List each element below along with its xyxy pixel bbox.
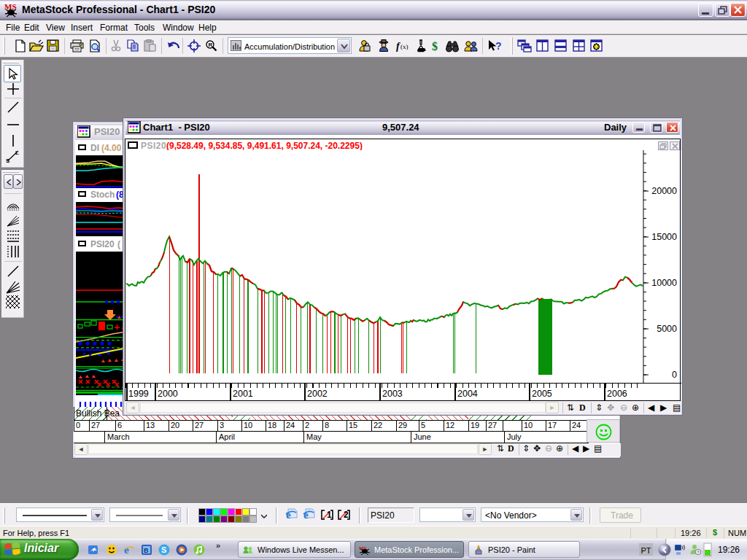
svg-text:S: S [161, 545, 166, 554]
svg-text:2: 2 [344, 510, 349, 520]
svg-text:0: 0 [672, 370, 677, 380]
svg-text:10000: 10000 [651, 278, 677, 288]
svg-text:S: S [6, 158, 10, 163]
svg-text:R: R [209, 42, 213, 48]
svg-text:5000: 5000 [657, 324, 677, 334]
svg-text:$: $ [432, 40, 438, 52]
svg-text:(x): (x) [400, 43, 409, 50]
svg-text:B: B [144, 547, 149, 554]
svg-text:20000: 20000 [651, 186, 677, 196]
svg-text:1: 1 [327, 510, 332, 520]
svg-text:e: e [124, 544, 129, 556]
svg-text:15000: 15000 [651, 232, 677, 242]
svg-text:e: e [303, 509, 309, 521]
svg-text:?: ? [495, 40, 502, 52]
svg-text:e: e [286, 509, 291, 521]
svg-text:L: L [15, 149, 19, 156]
